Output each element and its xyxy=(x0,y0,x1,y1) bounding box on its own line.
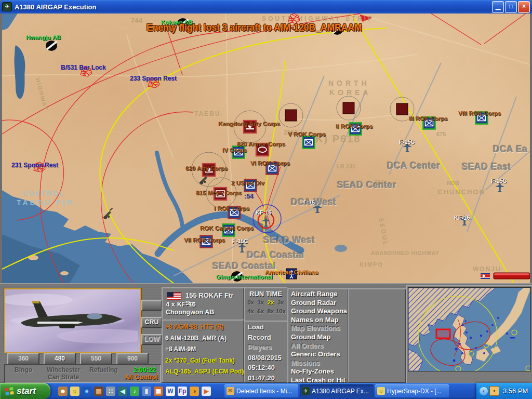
orange-app-icon[interactable]: ▣ xyxy=(154,387,163,396)
rok-green-icon[interactable] xyxy=(302,136,316,150)
map-label-viii-rok-corps[interactable]: VIII ROK Corps xyxy=(458,110,501,116)
close-button[interactable]: × xyxy=(518,1,530,13)
dots-app-icon[interactable]: ∷ xyxy=(106,387,115,396)
menu-item-ground-weapons[interactable]: Ground Weapons xyxy=(291,307,347,315)
taskbar-window-icon: ✉ xyxy=(227,387,234,395)
throttle-low[interactable]: LOW xyxy=(141,334,162,345)
map-label-815-mech-corps[interactable]: 815 Mech Corps xyxy=(196,190,242,196)
minimize-button[interactable]: ▁ xyxy=(492,1,504,13)
map-texture-wonju: WONJU xyxy=(473,265,501,273)
map-label-f-15c[interactable]: F-15C xyxy=(491,178,507,184)
taskbar-window-icon: ☼ xyxy=(377,387,385,395)
runtime-speed-6x[interactable]: 6x xyxy=(256,308,265,314)
menu-item-all-orders[interactable]: All Orders xyxy=(291,342,347,350)
frontpage-icon[interactable]: Fp xyxy=(178,387,187,396)
runtime-speed-3x[interactable]: 3x xyxy=(276,299,286,305)
map-label-ii-rok-corps[interactable]: II ROK Corps xyxy=(336,123,373,129)
throttle-cru[interactable]: CRU xyxy=(141,317,162,328)
map-label-kangdong-arty-corps[interactable]: Kangdong Arty Corps xyxy=(218,121,280,127)
runtime-speed-2x[interactable]: 2x xyxy=(266,299,276,305)
control-01-47-20[interactable]: 01:47:20 xyxy=(248,374,287,383)
game-icon[interactable]: ▦ xyxy=(94,387,103,396)
map-label-f-15c[interactable]: F-15C xyxy=(399,139,415,145)
jet-icon[interactable] xyxy=(260,215,272,228)
messenger-icon[interactable]: ☻ xyxy=(58,387,68,396)
menu-item-missions[interactable]: Missions xyxy=(291,359,347,367)
map-label-kf-16[interactable]: KF-16 xyxy=(454,215,470,221)
media-player-icon[interactable]: ▶ xyxy=(202,387,211,396)
runtime-speed-4x[interactable]: 4x xyxy=(246,308,256,314)
taskbar-window-a1380-airgap-ex[interactable]: ✈A1380 AIRGAP Ex... xyxy=(300,384,374,397)
map-viewport[interactable]: 744SOUTH HIGHWAY STRIPNORTHKOREA(RK) P61… xyxy=(2,14,530,283)
map-label-rok-capital-corps[interactable]: ROK Capital Corps xyxy=(200,225,254,231)
tray-clock-icon[interactable]: • xyxy=(489,386,499,396)
taskbar-window-deleted-items-mi[interactable]: ✉Deleted Items - Mi... xyxy=(224,384,298,397)
control-05-12-40[interactable]: 05:12:40 xyxy=(248,363,287,373)
title-bar[interactable]: ✈ A1380 AIRGAP Execution ▁ □ × xyxy=(0,0,532,14)
menu-item-ground-radar[interactable]: Ground Radar xyxy=(291,299,347,307)
runtime-title: RUN TIME xyxy=(245,290,287,298)
map-label-kf-16[interactable]: KF-16 xyxy=(256,209,272,216)
runtime-speed-8x[interactable]: 8x xyxy=(266,308,276,314)
speed-480[interactable]: 480 xyxy=(44,353,76,365)
hq-icon[interactable] xyxy=(341,100,356,116)
gun-icon[interactable] xyxy=(102,208,115,220)
maximize-button[interactable]: □ xyxy=(505,1,517,13)
menu-item-names-on-map[interactable]: Names on Map xyxy=(291,316,347,324)
blue-app-icon[interactable]: ▮ xyxy=(142,387,151,396)
menu-item-aircraft-range[interactable]: Aircraft Range xyxy=(291,290,347,298)
map-label-620-arty-corps[interactable]: 620 Arty Corps xyxy=(185,165,228,171)
loadout-6-aim-120b-amr-a[interactable]: 6 AIM-120B_AMR (A) xyxy=(165,334,243,343)
gun-icon[interactable] xyxy=(198,174,211,185)
minimap[interactable] xyxy=(408,287,531,371)
map-label-2-us-inf-div[interactable]: 2 US Inf Div xyxy=(231,180,264,186)
hq-icon[interactable] xyxy=(394,101,410,117)
speed-360[interactable]: 360 xyxy=(7,353,39,365)
map-label-820-armor-corps[interactable]: 820 Armor Corps xyxy=(237,141,285,147)
menu-item-map-elevations[interactable]: Map Elevations xyxy=(291,324,347,332)
runtime-speed-1x[interactable]: 1x xyxy=(256,299,265,305)
map-label-iii-rok-corps[interactable]: III ROK Corps xyxy=(409,115,448,122)
runtime-speed-0x[interactable]: 0x xyxy=(246,299,256,305)
loadout-alq-165-aspj-ecm-pod[interactable]: ALQ-165_ASPJ (ECM Pod) xyxy=(165,367,243,377)
hq-icon[interactable] xyxy=(283,108,299,123)
map-label-231-spoon-rest[interactable]: 231 Spoon Rest xyxy=(11,162,58,169)
menu-item-ground-map[interactable]: Ground Map xyxy=(291,333,347,341)
control-08-08-2015[interactable]: 08/08/2015 xyxy=(248,353,287,363)
menu-item-generic-orders[interactable]: Generic Orders xyxy=(291,350,347,358)
speed-900[interactable]: 900 xyxy=(116,353,149,365)
throttle-blank[interactable] xyxy=(141,300,162,311)
map-label-vi-rok-corps[interactable]: VI ROK Corps xyxy=(250,160,290,166)
runtime-speed-10x[interactable]: 10x xyxy=(276,308,286,314)
map-label-v-rok-corps[interactable]: V ROK Corps xyxy=(288,131,326,137)
tray-chevron-button[interactable]: ‹ xyxy=(480,387,488,395)
control-load[interactable]: Load xyxy=(248,323,287,332)
word-icon[interactable]: W xyxy=(166,387,175,396)
airfield-icon[interactable] xyxy=(44,39,59,52)
taskbar-window-label: A1380 AIRGAP Ex... xyxy=(312,388,369,395)
clock-app-icon[interactable]: ◑ xyxy=(190,387,199,396)
map-label-i-rok-corps[interactable]: I ROK Corps xyxy=(214,205,249,211)
control-record[interactable]: Record xyxy=(248,333,287,342)
speed-550[interactable]: 550 xyxy=(80,353,112,365)
map-label-iv-corps[interactable]: IV Corps xyxy=(222,147,247,153)
music-app-icon[interactable]: ♪ xyxy=(130,387,139,396)
start-button[interactable]: start xyxy=(0,383,50,399)
map-label-vii-rok-corps[interactable]: VII ROK Corps xyxy=(184,237,225,243)
map-label-f-15c[interactable]: F-15C xyxy=(232,238,248,244)
back-arrow-app-icon[interactable]: ◀ xyxy=(118,387,127,396)
loadout-8-aim-9m[interactable]: +8 AIM-9M xyxy=(165,345,243,354)
loadout-8-agm-88-hts-r[interactable]: +8 AGM-88_HTS (R) xyxy=(165,323,243,332)
internet-explorer-icon[interactable]: e xyxy=(82,387,91,396)
map-texture-taebu: TAEBU xyxy=(194,110,220,117)
map-label-b-531-bar-lock[interactable]: B/531 Bar Lock xyxy=(61,64,106,71)
hypersnap-icon[interactable]: ☼ xyxy=(70,387,79,396)
map-label-gimpo-international[interactable]: Gimpo International xyxy=(216,274,273,280)
menu-item-no-fly-zones[interactable]: No-Fly-Zones xyxy=(291,367,347,376)
loadout-2x-370-gal-fuel-tank[interactable]: 2x *370_Gal (Fuel Tank) xyxy=(165,356,243,366)
map-label-hwangju-ab[interactable]: Hwangju AB xyxy=(26,34,61,41)
map-label-233-spoon-rest[interactable]: 233 Spoon Rest xyxy=(130,75,177,82)
minimap-panel[interactable] xyxy=(406,285,532,385)
ai-control-label[interactable]: A/I Control xyxy=(125,374,158,381)
taskbar-window-hypersnap-dx[interactable]: ☼HyperSnap-DX - [... xyxy=(375,384,449,397)
